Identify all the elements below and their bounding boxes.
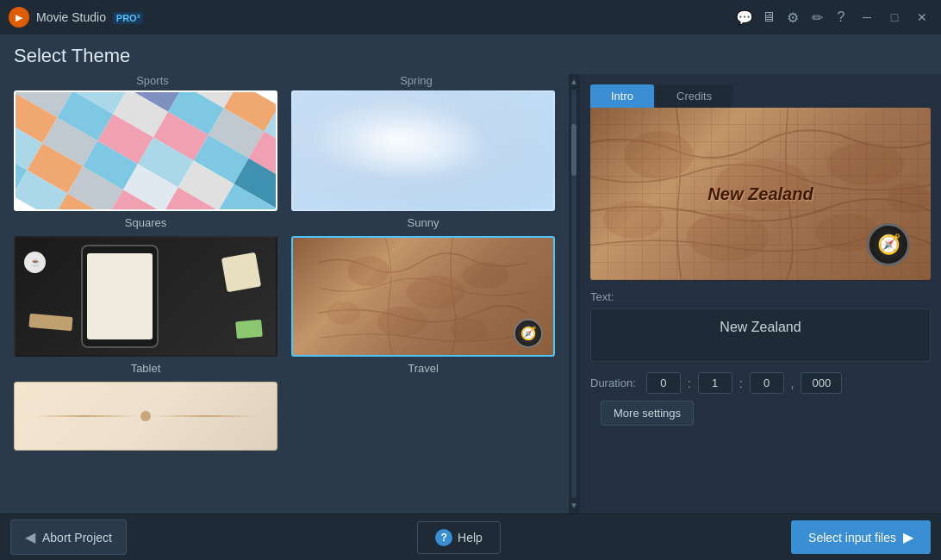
- theme-thumb-squares: [14, 90, 277, 211]
- scroll-thumb[interactable]: [571, 124, 576, 176]
- bottom-center: ? Help: [127, 521, 791, 554]
- preview-panel: Intro Credits: [579, 74, 941, 513]
- partial-labels: Sports Spring: [14, 74, 555, 90]
- text-input[interactable]: New Zealand: [590, 308, 931, 362]
- preview-image: New Zealand 🧭: [590, 108, 931, 280]
- duration-minutes[interactable]: [698, 372, 732, 394]
- theme-panel: Sports Spring: [0, 74, 579, 513]
- preview-panel-inner: Intro Credits: [580, 74, 941, 513]
- svg-point-8: [826, 142, 904, 185]
- duration-seconds[interactable]: [750, 372, 784, 394]
- preview-text-overlay: New Zealand: [707, 184, 813, 204]
- maximize-button[interactable]: □: [884, 7, 905, 28]
- bottom-bar: ◀ Abort Project ? Help Select input file…: [0, 513, 941, 560]
- svg-point-6: [625, 131, 694, 179]
- spring-label: Spring: [291, 74, 541, 87]
- select-files-arrow-icon: ▶: [903, 529, 913, 545]
- svg-point-9: [603, 201, 664, 239]
- theme-scroll-area[interactable]: Sports Spring: [0, 74, 569, 513]
- settings-icon[interactable]: ⚙: [784, 9, 801, 26]
- scroll-up-arrow[interactable]: ▲: [570, 78, 578, 86]
- monitor-icon[interactable]: 🖥: [760, 9, 777, 25]
- select-input-files-button[interactable]: Select input files ▶: [791, 520, 931, 554]
- abort-arrow-icon: ◀: [25, 529, 35, 545]
- theme-label-tablet: Tablet: [131, 362, 161, 375]
- svg-point-4: [377, 307, 427, 337]
- theme-item-travel[interactable]: 🧭 Travel: [291, 236, 555, 375]
- brush-icon[interactable]: ✏: [808, 9, 826, 26]
- page-header: Select Theme: [0, 34, 941, 74]
- svg-point-5: [451, 318, 488, 341]
- theme-label-squares: Squares: [125, 216, 166, 229]
- theme-thumb-wedding: [14, 382, 277, 451]
- titlebar: ▶ Movie Studio PRO³ 💬 🖥 ⚙ ✏ ? ─ □ ✕: [0, 0, 941, 34]
- svg-point-1: [407, 276, 465, 309]
- duration-hours[interactable]: [646, 372, 681, 394]
- main-content: Sports Spring: [0, 74, 941, 513]
- text-field-label: Text:: [580, 280, 941, 308]
- minimize-button[interactable]: ─: [857, 7, 877, 28]
- app-logo: ▶: [9, 7, 29, 28]
- duration-row: Duration: : : ,: [580, 362, 941, 401]
- theme-thumb-travel: 🧭: [291, 236, 555, 357]
- preview-tabs: Intro Credits: [580, 74, 941, 108]
- abort-project-button[interactable]: ◀ Abort Project: [10, 520, 127, 555]
- theme-row-2: ☕ Tablet: [14, 236, 555, 375]
- duration-label: Duration:: [590, 376, 636, 389]
- more-settings-button[interactable]: More settings: [601, 401, 694, 426]
- theme-item-squares[interactable]: Squares: [14, 90, 277, 229]
- scrollbar-track: ▲ ▼: [569, 74, 579, 513]
- tab-intro[interactable]: Intro: [590, 84, 654, 108]
- theme-item-tablet[interactable]: ☕ Tablet: [14, 236, 277, 375]
- help-button[interactable]: ? Help: [417, 521, 501, 554]
- theme-thumb-sunny: [291, 90, 555, 211]
- theme-thumb-tablet: ☕: [14, 236, 277, 357]
- preview-panel-bottom: More settings: [580, 401, 941, 436]
- select-files-label: Select input files: [808, 531, 896, 544]
- help-label: Help: [458, 531, 483, 544]
- duration-sep-1: :: [688, 376, 691, 390]
- theme-item-wedding[interactable]: [14, 382, 277, 451]
- svg-point-10: [687, 213, 770, 261]
- help-circle-icon: ?: [435, 529, 452, 546]
- duration-sep-3: ,: [791, 376, 795, 390]
- preview-compass-icon: 🧭: [867, 223, 910, 266]
- svg-point-0: [348, 256, 390, 286]
- close-button[interactable]: ✕: [912, 7, 932, 28]
- sports-label: Sports: [28, 74, 277, 87]
- page-title: Select Theme: [14, 45, 927, 67]
- duration-milliseconds[interactable]: [801, 372, 842, 394]
- theme-label-travel: Travel: [408, 362, 439, 375]
- theme-row-3: [14, 382, 555, 451]
- theme-item-sunny[interactable]: Sunny: [291, 90, 555, 229]
- help-icon[interactable]: ?: [832, 9, 850, 25]
- abort-project-label: Abort Project: [42, 531, 112, 544]
- app-title: Movie Studio PRO³: [36, 10, 736, 24]
- empty-slot: [291, 382, 555, 451]
- scroll-down-arrow[interactable]: ▼: [570, 501, 578, 510]
- chat-icon[interactable]: 💬: [736, 9, 753, 26]
- svg-point-2: [463, 262, 509, 289]
- svg-point-12: [887, 183, 930, 214]
- theme-row-1: Squares Sunny: [14, 90, 555, 229]
- window-controls: 💬 🖥 ⚙ ✏ ? ─ □ ✕: [736, 7, 932, 28]
- duration-sep-2: :: [739, 376, 743, 390]
- theme-label-sunny: Sunny: [408, 216, 439, 229]
- svg-point-3: [327, 302, 360, 325]
- tab-credits[interactable]: Credits: [656, 84, 732, 108]
- scroll-thumb-track[interactable]: [571, 90, 576, 498]
